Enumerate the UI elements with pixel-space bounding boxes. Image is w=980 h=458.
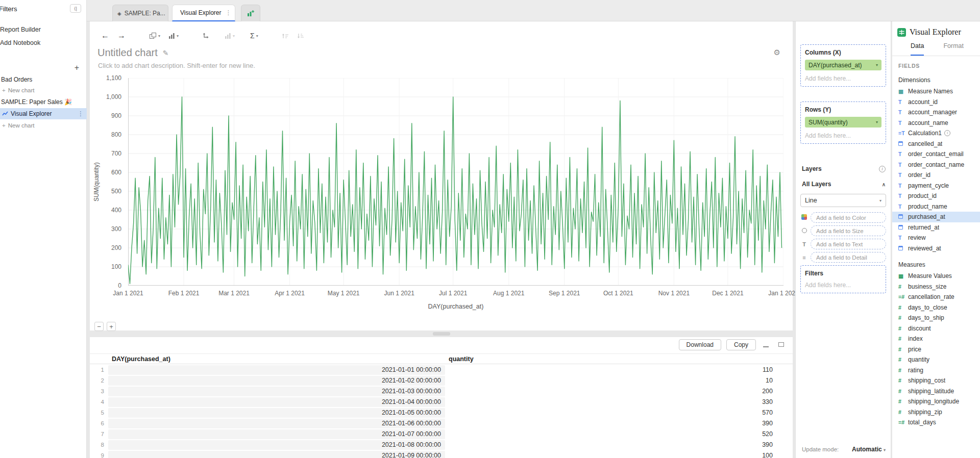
collapse-table-button[interactable]: [761, 340, 771, 350]
zoom-out-button[interactable]: −: [94, 322, 104, 331]
sort-ascending-button[interactable]: [282, 33, 289, 39]
sidebar-item-new-chart-2[interactable]: +New chart: [0, 121, 35, 131]
table-row[interactable]: 12021-01-01 00:00:00110: [90, 365, 793, 375]
field-shipping-cost[interactable]: #shipping_cost: [892, 375, 980, 386]
all-layers-row[interactable]: All Layers ∧: [802, 181, 886, 188]
field-product-name[interactable]: Tproduct_name: [892, 201, 980, 212]
field-account-manager[interactable]: Taccount_manager: [892, 107, 980, 118]
field-days-to-close[interactable]: #days_to_close: [892, 302, 980, 313]
cell-purchased-at[interactable]: 2021-01-09 00:00:00: [108, 451, 445, 458]
table-row[interactable]: 72021-01-07 00:00:00520: [90, 429, 793, 440]
tab-sample-paper-sales[interactable]: ◈ SAMPLE: Pa...: [112, 5, 168, 21]
field-calculation1[interactable]: =TCalculation1i: [892, 128, 980, 139]
edit-title-icon[interactable]: ✎: [163, 49, 169, 57]
chart-title[interactable]: Untitled chart: [97, 47, 158, 59]
cell-purchased-at[interactable]: 2021-01-08 00:00:00: [108, 440, 445, 450]
table-row[interactable]: 52021-01-05 00:00:00570: [90, 408, 793, 418]
field-cancellation-rate[interactable]: =#cancellation_rate: [892, 292, 980, 302]
download-button[interactable]: Download: [679, 339, 721, 350]
cell-quantity[interactable]: 570: [449, 408, 777, 418]
field-purchased-at[interactable]: purchased_at: [892, 212, 980, 222]
column-header-purchased-at[interactable]: DAY(purchased_at): [112, 355, 170, 363]
cell-quantity[interactable]: 330: [449, 397, 777, 408]
field-measure-names[interactable]: ▦Measure Names: [892, 86, 980, 97]
splitter-drag-handle[interactable]: [433, 332, 450, 336]
field-rating[interactable]: #rating: [892, 365, 980, 376]
table-row[interactable]: 32021-01-03 00:00:00200: [90, 386, 793, 397]
chart-settings-button[interactable]: ⚙: [774, 48, 780, 57]
field-returned-at[interactable]: returned_at: [892, 222, 980, 233]
more-options-icon[interactable]: ⋮: [78, 110, 84, 117]
cell-quantity[interactable]: 100: [449, 450, 777, 458]
add-field-to-color[interactable]: Add a field to Color: [811, 212, 886, 223]
add-field-to-detail[interactable]: Add a field to Detail: [811, 252, 886, 263]
caret-down-icon[interactable]: ▾: [876, 63, 878, 67]
update-mode-select[interactable]: Automatic ▾: [852, 446, 886, 453]
info-icon[interactable]: i: [879, 166, 886, 172]
view-layout-button[interactable]: ▾: [149, 32, 160, 39]
copy-button[interactable]: Copy: [726, 339, 756, 350]
aggregate-button[interactable]: Σ ▾: [250, 32, 258, 40]
field-total-days[interactable]: =#total_days: [892, 417, 980, 428]
field-cancelled-at[interactable]: cancelled_at: [892, 139, 980, 149]
field-index[interactable]: #index: [892, 334, 980, 344]
cell-purchased-at[interactable]: 2021-01-04 00:00:00: [108, 397, 445, 407]
field-shipping-zip[interactable]: #shipping_zip: [892, 407, 980, 418]
sort-descending-button[interactable]: [297, 33, 304, 39]
chart-plot-area[interactable]: [128, 78, 783, 286]
cell-purchased-at[interactable]: 2021-01-03 00:00:00: [108, 387, 445, 396]
filters-shelf[interactable]: Filters Add fields here...: [800, 265, 886, 293]
cell-quantity[interactable]: 520: [449, 429, 777, 440]
add-report-button[interactable]: +: [75, 63, 79, 72]
field-account-name[interactable]: Taccount_name: [892, 118, 980, 129]
cell-quantity[interactable]: 390: [449, 440, 777, 450]
sidebar-item-bad-orders[interactable]: Bad Orders: [0, 74, 32, 85]
table-row[interactable]: 22021-01-02 00:00:0010: [90, 375, 793, 386]
cell-purchased-at[interactable]: 2021-01-06 00:00:00: [108, 419, 445, 428]
collapse-sidebar-button[interactable]: ⟨|: [70, 4, 81, 13]
field-price[interactable]: #price: [892, 344, 980, 355]
field-order-id[interactable]: Torder_id: [892, 170, 980, 181]
cell-purchased-at[interactable]: 2021-01-07 00:00:00: [108, 429, 445, 439]
field-discount[interactable]: #discount: [892, 323, 980, 334]
cell-purchased-at[interactable]: 2021-01-02 00:00:00: [108, 376, 445, 386]
field-quantity[interactable]: #quantity: [892, 354, 980, 365]
table-row[interactable]: 82021-01-08 00:00:00390: [90, 440, 793, 450]
cell-purchased-at[interactable]: 2021-01-01 00:00:00: [108, 365, 445, 375]
field-business-size[interactable]: #business_size: [892, 282, 980, 292]
expand-table-button[interactable]: [776, 340, 787, 350]
chart-description-placeholder[interactable]: Click to add chart description. Shift-en…: [98, 62, 255, 69]
field-days-to-ship[interactable]: #days_to_ship: [892, 313, 980, 323]
table-row[interactable]: 92021-01-09 00:00:00100: [90, 450, 793, 458]
field-review[interactable]: Treview: [892, 233, 980, 243]
sidebar-item-new-chart-1[interactable]: +New chart: [0, 86, 35, 95]
cell-quantity[interactable]: 10: [449, 375, 777, 386]
field-order-contact-email[interactable]: Torder_contact_email: [892, 149, 980, 160]
field-measure-values[interactable]: ▦Measure Values: [892, 271, 980, 282]
chart-type-button[interactable]: ▾: [168, 33, 179, 39]
field-account-id[interactable]: Taccount_id: [892, 97, 980, 108]
tab-new-chart[interactable]: [241, 5, 260, 21]
cell-quantity[interactable]: 390: [449, 418, 777, 429]
mark-type-select[interactable]: Line ▾: [800, 194, 886, 207]
table-row[interactable]: 42021-01-04 00:00:00330: [90, 397, 793, 408]
cell-quantity[interactable]: 110: [449, 365, 777, 375]
undo-button[interactable]: ←: [101, 31, 109, 40]
add-field-to-text[interactable]: Add a field to Text: [811, 239, 886, 249]
tab-menu-icon[interactable]: ⋮: [225, 9, 231, 16]
sidebar-link-report-builder[interactable]: Report Builder: [0, 26, 41, 33]
pill-day-purchased-at[interactable]: DAY(purchased_at) ▾: [805, 60, 881, 70]
add-field-to-size[interactable]: Add a field to Size: [811, 225, 886, 236]
column-header-quantity[interactable]: quantity: [449, 355, 474, 363]
field-payment-cycle[interactable]: Tpayment_cycle: [892, 181, 980, 191]
field-order-contact-name[interactable]: Torder_contact_name: [892, 160, 980, 170]
sidebar-item-sample-paper-sales[interactable]: SAMPLE: Paper Sales 🎉: [0, 97, 72, 107]
tab-format[interactable]: Format: [943, 42, 964, 56]
cell-quantity[interactable]: 200: [449, 386, 777, 397]
rows-shelf[interactable]: Rows (Y) SUM(quantity) ▾ Add fields here…: [800, 101, 886, 144]
mark-type-button[interactable]: ▾: [225, 33, 235, 39]
field-product-id[interactable]: Tproduct_id: [892, 191, 980, 201]
pill-sum-quantity[interactable]: SUM(quantity) ▾: [805, 117, 881, 128]
table-row[interactable]: 62021-01-06 00:00:00390: [90, 418, 793, 429]
tab-data[interactable]: Data: [911, 42, 924, 56]
